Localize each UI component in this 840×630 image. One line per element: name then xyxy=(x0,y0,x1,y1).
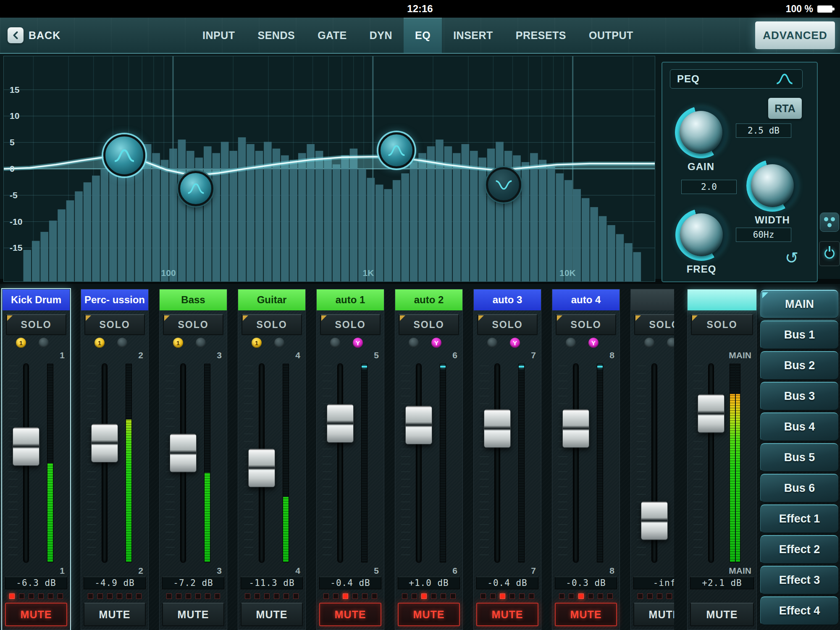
tab-insert[interactable]: INSERT xyxy=(442,18,504,53)
main-mute-button[interactable]: MUTE xyxy=(690,603,754,626)
bus-select-effect-3[interactable]: Effect 3 xyxy=(760,566,838,595)
assign-square[interactable] xyxy=(117,593,122,599)
mute-button[interactable]: MUTE xyxy=(555,603,617,626)
assign-square[interactable] xyxy=(578,593,584,599)
fader-handle[interactable] xyxy=(13,427,39,466)
assign-square[interactable] xyxy=(372,593,377,599)
tab-gate[interactable]: GATE xyxy=(306,18,358,53)
assign-square[interactable] xyxy=(323,593,329,599)
assign-square[interactable] xyxy=(205,593,210,599)
bus-select-effect-1[interactable]: Effect 1 xyxy=(760,504,838,533)
assign-square[interactable] xyxy=(667,593,672,599)
main-color-label[interactable] xyxy=(688,289,756,310)
assign-square[interactable] xyxy=(480,593,486,599)
assign-square[interactable] xyxy=(588,593,593,599)
assign-square[interactable] xyxy=(412,593,417,599)
assign-square[interactable] xyxy=(362,593,368,599)
bus-select-bus-1[interactable]: Bus 1 xyxy=(760,320,838,349)
assign-square[interactable] xyxy=(293,593,299,599)
assign-square[interactable] xyxy=(255,593,260,599)
rta-button[interactable]: RTA xyxy=(768,98,802,119)
fader-handle[interactable] xyxy=(562,409,589,448)
channel-strip[interactable]: auto 3 SOLO Y 7 7 -0.4 dB MUTE xyxy=(473,289,541,630)
eq-graph[interactable]: 151050-5-10-15 1001K10K xyxy=(3,56,655,282)
assign-square[interactable] xyxy=(48,593,53,599)
assign-square[interactable] xyxy=(274,593,279,599)
mute-button[interactable]: MUTE xyxy=(398,603,460,626)
assign-square[interactable] xyxy=(195,593,201,599)
clipped-channel-strip[interactable]: SOLO -inf MUTE xyxy=(630,289,674,630)
solo-button[interactable]: SOLO xyxy=(399,314,459,335)
channel-name-label[interactable]: auto 1 xyxy=(317,289,384,310)
channel-name-label[interactable]: auto 2 xyxy=(395,289,462,310)
power-button[interactable] xyxy=(819,241,840,266)
assign-square[interactable] xyxy=(343,593,348,599)
assign-square[interactable] xyxy=(638,593,643,599)
assign-square[interactable] xyxy=(431,593,436,599)
channel-name-label[interactable]: Bass xyxy=(160,289,227,310)
channel-strip[interactable]: auto 1 SOLO Y 5 5 -0.4 dB MUTE xyxy=(316,289,384,630)
assign-square[interactable] xyxy=(569,593,574,599)
mute-button[interactable]: MUTE xyxy=(476,603,538,626)
tab-output[interactable]: OUTPUT xyxy=(578,18,645,53)
assign-square[interactable] xyxy=(352,593,358,599)
assign-square[interactable] xyxy=(19,593,24,599)
solo-button[interactable]: SOLO xyxy=(84,314,145,335)
solo-button[interactable]: SOLO xyxy=(6,314,66,335)
assign-square[interactable] xyxy=(529,593,534,599)
assign-square[interactable] xyxy=(176,593,181,599)
bus-select-effect-2[interactable]: Effect 2 xyxy=(760,535,838,564)
assign-square[interactable] xyxy=(166,593,172,599)
tab-input[interactable]: INPUT xyxy=(191,18,247,53)
assign-square[interactable] xyxy=(186,593,191,599)
fader-handle[interactable] xyxy=(91,424,118,462)
bus-select-bus-5[interactable]: Bus 5 xyxy=(760,443,838,472)
fader-handle[interactable] xyxy=(248,449,275,487)
solo-button[interactable]: SOLO xyxy=(242,314,302,335)
assign-square[interactable] xyxy=(333,593,339,599)
eq-node-3[interactable] xyxy=(378,132,415,168)
channel-strip[interactable]: Bass SOLO 1 3 3 -7.2 dB MUTE xyxy=(159,289,227,630)
tab-eq[interactable]: EQ xyxy=(404,18,442,53)
mute-button[interactable]: MUTE xyxy=(319,603,381,626)
assign-square[interactable] xyxy=(264,593,270,599)
assign-square[interactable] xyxy=(58,593,63,599)
assign-square[interactable] xyxy=(509,593,515,599)
fader-handle[interactable] xyxy=(327,404,354,443)
assign-square[interactable] xyxy=(402,593,407,599)
channel-name-label[interactable]: Kick Drum xyxy=(3,289,70,310)
assign-square[interactable] xyxy=(519,593,525,599)
assign-square[interactable] xyxy=(9,593,15,599)
assign-square[interactable] xyxy=(215,593,220,599)
assign-square[interactable] xyxy=(126,593,132,599)
fader-handle[interactable] xyxy=(405,406,432,444)
bus-select-bus-6[interactable]: Bus 6 xyxy=(760,474,838,503)
fader-handle[interactable] xyxy=(170,434,197,472)
advanced-button[interactable]: ADVANCED xyxy=(755,21,835,49)
solo-button[interactable]: SOLO xyxy=(477,314,538,335)
mute-button[interactable]: MUTE xyxy=(5,603,67,626)
channel-strip[interactable]: Perc- ussion SOLO 1 2 2 -4.9 dB MUTE xyxy=(81,289,149,630)
assign-square[interactable] xyxy=(284,593,289,599)
eq-node-4[interactable] xyxy=(486,167,521,202)
bus-select-bus-4[interactable]: Bus 4 xyxy=(760,412,838,441)
assign-square[interactable] xyxy=(38,593,44,599)
channel-strip[interactable]: Kick Drum SOLO 1 1 1 -6.3 dB MUTE xyxy=(2,289,70,630)
assign-square[interactable] xyxy=(450,593,456,599)
fader-handle[interactable] xyxy=(484,409,511,448)
assign-square[interactable] xyxy=(647,593,653,599)
bus-select-effect-4[interactable]: Effect 4 xyxy=(760,596,838,625)
freq-knob[interactable] xyxy=(675,209,727,261)
channel-name-label[interactable]: Perc- ussion xyxy=(81,289,148,310)
channel-strip[interactable]: auto 2 SOLO Y 6 6 +1.0 dB MUTE xyxy=(395,289,463,630)
fader-handle[interactable] xyxy=(641,501,668,540)
assign-square[interactable] xyxy=(500,593,505,599)
bus-select-bus-2[interactable]: Bus 2 xyxy=(760,351,838,380)
bus-select-main[interactable]: MAIN xyxy=(760,290,838,319)
channel-strip[interactable]: Guitar SOLO 1 4 4 -11.3 dB MUTE xyxy=(238,289,306,630)
channel-name-label[interactable]: auto 3 xyxy=(474,289,541,310)
assign-square[interactable] xyxy=(29,593,34,599)
assign-square[interactable] xyxy=(107,593,113,599)
mute-button[interactable]: MUTE xyxy=(241,603,303,626)
mute-button[interactable]: MUTE xyxy=(633,603,674,626)
